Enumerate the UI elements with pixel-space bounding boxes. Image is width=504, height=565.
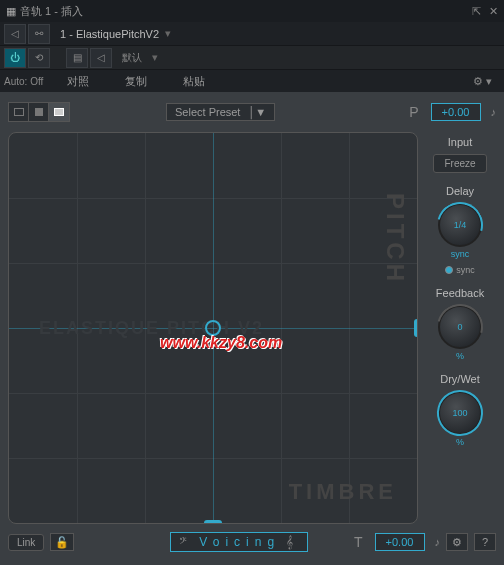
- sync-radio-icon: [445, 266, 453, 274]
- voicing-display[interactable]: 𝄢 Voicing 𝄞: [170, 532, 308, 552]
- feedback-unit: %: [456, 351, 464, 361]
- preset-menu-button[interactable]: ▤: [66, 48, 88, 68]
- link-button[interactable]: Link: [8, 534, 44, 551]
- feedback-value: 0: [457, 322, 462, 332]
- timbre-letter: T: [354, 534, 363, 550]
- preset-label: Select Preset: [175, 106, 240, 118]
- pitch-value-box[interactable]: +0.00: [431, 103, 481, 121]
- tree-button[interactable]: ⚯: [28, 24, 50, 44]
- window-title: 音轨 1 - 插入: [20, 4, 83, 19]
- sync-toggle[interactable]: sync: [445, 265, 475, 275]
- gear-icon[interactable]: ⚙ ▾: [473, 75, 492, 88]
- delay-knob[interactable]: 1/4: [438, 203, 482, 247]
- timbre-axis-label: TIMBRE: [289, 479, 397, 505]
- feedback-label: Feedback: [436, 287, 484, 299]
- input-label: Input: [448, 136, 472, 148]
- lock-button[interactable]: 🔓: [50, 533, 74, 551]
- pitch-letter: P: [409, 104, 418, 120]
- window-titlebar: ▦ 音轨 1 - 插入 ⇱ ✕: [0, 0, 504, 22]
- drywet-unit: %: [456, 437, 464, 447]
- delay-value: 1/4: [454, 220, 467, 230]
- tab-paste[interactable]: 粘贴: [171, 72, 217, 91]
- close-icon[interactable]: ✕: [489, 5, 498, 18]
- bypass-button[interactable]: ⟲: [28, 48, 50, 68]
- app-icon: ▦: [6, 5, 16, 18]
- tab-copy[interactable]: 复制: [113, 72, 159, 91]
- view-mode-2[interactable]: [29, 103, 49, 121]
- chevron-down-icon: │▼: [248, 106, 266, 118]
- view-mode-1[interactable]: [9, 103, 29, 121]
- plugin-toolbar-1: ◁ ⚯ 1 - ElastiquePitchV2 ▾: [0, 22, 504, 46]
- tab-compare[interactable]: 对照: [55, 72, 101, 91]
- side-panel: Input Freeze Delay 1/4 sync sync Feedbac…: [424, 132, 496, 524]
- freeze-button[interactable]: Freeze: [433, 154, 486, 173]
- auto-label[interactable]: Auto: Off: [4, 76, 43, 87]
- treble-clef-icon: 𝄞: [286, 535, 299, 549]
- prev-button[interactable]: ◁: [4, 24, 26, 44]
- watermark-text: www.kkzy8.com: [160, 334, 282, 352]
- plugin-body: Select Preset │▼ P +0.00 ♪ PITCH TIMBRE …: [0, 92, 504, 565]
- plugin-toolbar-3: Auto: Off 对照 复制 粘贴 ⚙ ▾: [0, 70, 504, 92]
- view-mode-group: [8, 102, 70, 122]
- drywet-knob[interactable]: 100: [438, 391, 482, 435]
- sync-label: sync: [456, 265, 475, 275]
- chevron-down-icon[interactable]: ▾: [152, 51, 158, 64]
- help-button[interactable]: ?: [474, 533, 496, 551]
- preset-prev-button[interactable]: ◁: [90, 48, 112, 68]
- pitch-axis-label: PITCH: [381, 193, 409, 285]
- drywet-label: Dry/Wet: [440, 373, 480, 385]
- voicing-label: Voicing: [199, 535, 280, 549]
- delay-label: Delay: [446, 185, 474, 197]
- delay-unit: sync: [451, 249, 470, 259]
- plugin-toolbar-2: ⏻ ⟲ ▤ ◁ 默认 ▾: [0, 46, 504, 70]
- xy-pad[interactable]: PITCH TIMBRE ELASTIQUE PITCH V2: [8, 132, 418, 524]
- pin-icon[interactable]: ⇱: [472, 5, 481, 18]
- preset-name[interactable]: 默认: [114, 51, 150, 65]
- note-icon[interactable]: ♪: [435, 536, 441, 548]
- power-button[interactable]: ⏻: [4, 48, 26, 68]
- settings-button[interactable]: ⚙: [446, 533, 468, 551]
- plugin-tab-label[interactable]: 1 - ElastiquePitchV2: [60, 28, 159, 40]
- timbre-bottom-slider[interactable]: [204, 520, 222, 524]
- pitch-side-slider[interactable]: [414, 319, 418, 337]
- drywet-value: 100: [452, 408, 467, 418]
- bass-clef-icon: 𝄢: [179, 535, 193, 549]
- timbre-value-box[interactable]: +0.00: [375, 533, 425, 551]
- note-icon[interactable]: ♪: [491, 106, 497, 118]
- feedback-knob[interactable]: 0: [438, 305, 482, 349]
- preset-selector[interactable]: Select Preset │▼: [166, 103, 275, 121]
- chevron-down-icon[interactable]: ▾: [165, 27, 171, 40]
- view-mode-3[interactable]: [49, 103, 69, 121]
